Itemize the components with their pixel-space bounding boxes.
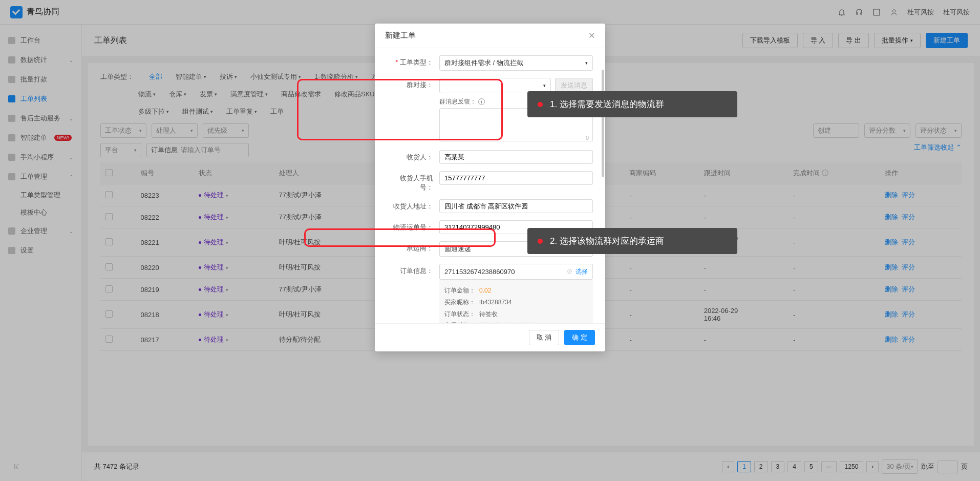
modal-body: 工单类型： 群对接组件需求 / 物流拦截▾ 群对接： ▾ 发送消息 群消息反馈：… bbox=[375, 48, 605, 323]
char-count: 0 bbox=[586, 135, 589, 141]
recipient-label: 收货人： bbox=[387, 150, 433, 162]
dot-icon bbox=[538, 102, 543, 107]
carrier-label: 承运商： bbox=[387, 241, 433, 253]
create-ticket-modal: 新建工单 ✕ 工单类型： 群对接组件需求 / 物流拦截▾ 群对接： ▾ 发送消息… bbox=[375, 24, 605, 351]
group-label: 群对接： bbox=[387, 78, 433, 90]
close-icon[interactable]: ✕ bbox=[588, 31, 595, 40]
addr-input[interactable] bbox=[439, 199, 593, 213]
annotation-2: 2. 选择该物流群对应的承运商 bbox=[527, 228, 737, 254]
modal-footer: 取 消 确 定 bbox=[375, 323, 605, 351]
clear-icon[interactable]: ⊘ bbox=[567, 267, 572, 275]
addr-label: 收货人地址： bbox=[387, 199, 433, 211]
phone-input[interactable] bbox=[439, 171, 593, 185]
annotation-1: 1. 选择需要发送消息的物流群 bbox=[527, 91, 737, 117]
ok-button[interactable]: 确 定 bbox=[564, 330, 595, 345]
type-label: 工单类型： bbox=[387, 55, 433, 67]
type-select[interactable]: 群对接组件需求 / 物流拦截▾ bbox=[439, 55, 593, 71]
cancel-button[interactable]: 取 消 bbox=[529, 330, 560, 345]
dot-icon bbox=[538, 239, 543, 244]
order-details: 订单金额：0.02 买家昵称：tb43288734 订单状态：待签收 交易时间：… bbox=[439, 280, 593, 323]
modal-header: 新建工单 ✕ bbox=[375, 24, 605, 48]
modal-title: 新建工单 bbox=[385, 31, 416, 40]
phone-label: 收货人手机号： bbox=[387, 171, 433, 192]
tracking-label: 物流运单号： bbox=[387, 220, 433, 232]
choose-link[interactable]: 选择 bbox=[576, 268, 588, 275]
info-icon[interactable]: i bbox=[478, 98, 485, 105]
order-label: 订单信息： bbox=[387, 264, 433, 276]
scrollbar[interactable] bbox=[602, 70, 604, 177]
order-input[interactable]: 2711532674238860970 ⊘选择 bbox=[439, 264, 593, 280]
recipient-input[interactable] bbox=[439, 150, 593, 164]
